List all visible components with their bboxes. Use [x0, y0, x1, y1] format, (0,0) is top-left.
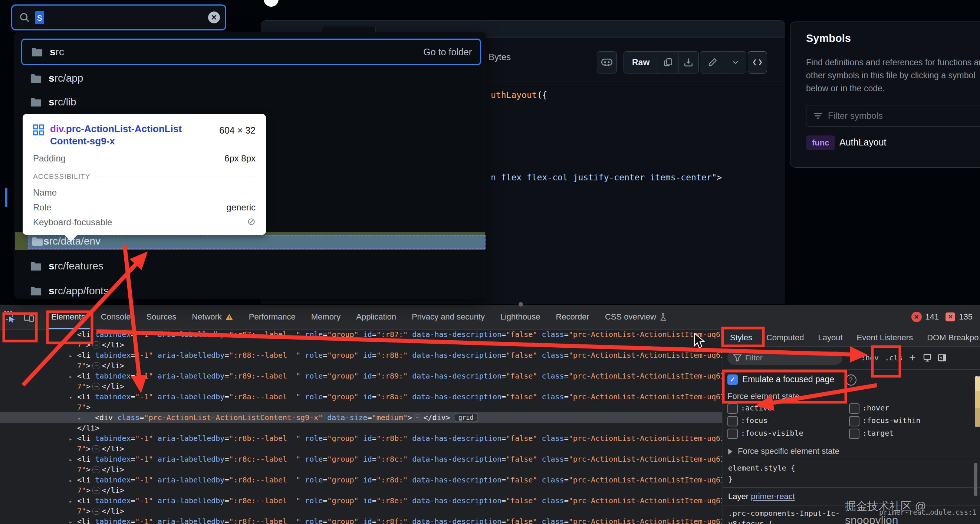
dom-node-r8d-wrap[interactable]: 7">⋯</li> [0, 485, 722, 495]
dom-node-r8c-open[interactable]: ▸<li tabindex="-1" aria-labelledby=":r8c… [0, 454, 722, 464]
dom-node-r89-open[interactable]: ▸<li tabindex="-1" aria-labelledby=":r89… [0, 371, 722, 381]
dom-selected-node[interactable]: ▸<div class="prc-ActionList-ActionListCo… [0, 412, 722, 423]
finder-row-src-features[interactable]: src/features [21, 255, 479, 277]
tooltip-selector: div.prc-ActionList-ActionList Content-sg… [50, 123, 195, 147]
symbols-description-line: Find definitions and references for func… [806, 56, 980, 69]
pseudo-checkbox-focus[interactable] [727, 416, 738, 427]
devtools-tab-performance[interactable]: Performance [241, 305, 304, 329]
raw-button[interactable]: Raw [624, 52, 658, 73]
finder-row-src-app-fonts[interactable]: src/app/fonts [21, 280, 479, 302]
dom-node-r8d-open[interactable]: ▸<li tabindex="-1" aria-labelledby=":r8d… [0, 475, 722, 485]
devtools-tab-sources[interactable]: Sources [138, 305, 184, 329]
expand-triangle-icon[interactable] [727, 449, 733, 455]
search-query-text: s [35, 11, 44, 24]
show-all-chevrons-icon[interactable] [848, 353, 858, 362]
tooltip-name-row: Name [33, 187, 256, 198]
devtools-tab-network[interactable]: Network [184, 305, 241, 329]
toggle-cls-button[interactable]: .cls [882, 353, 905, 362]
pseudo-checkbox-hover[interactable] [849, 403, 859, 414]
styles-tab-event-listeners[interactable]: Event Listeners [850, 329, 920, 346]
devtools-tab-application[interactable]: Application [348, 305, 404, 329]
rule-selector-line1[interactable]: .prc-components-Input-Ic- [728, 509, 840, 518]
devtools-tab-privacy-and-security[interactable]: Privacy and security [404, 305, 493, 329]
styles-tab-layout[interactable]: Layout [811, 329, 850, 346]
devtools-tab-recorder[interactable]: Recorder [548, 305, 597, 329]
copy-raw-button[interactable] [658, 52, 678, 73]
download-raw-button[interactable] [678, 52, 698, 73]
watermark: 掘金技术社区 @ snoopylion [845, 499, 980, 524]
symbol-item-authlayout[interactable]: AuthLayout [839, 137, 886, 148]
file-finder-popup: srcGo to folder src/app src/lib src/data… [14, 32, 486, 299]
issue-count[interactable]: 135 [959, 312, 972, 322]
styles-filter-input[interactable]: Filter [727, 351, 842, 365]
devtools-tab-memory[interactable]: Memory [304, 305, 348, 329]
tooltip-padding-row: Padding 6px 8px [33, 153, 256, 164]
devtools-tab-css-overview[interactable]: CSS overview [597, 305, 675, 329]
edit-file-button[interactable] [700, 52, 725, 73]
dom-node-r88-wrap[interactable]: 7">⋯</li> [0, 360, 722, 371]
dom-node-r8b-wrap[interactable]: 7">⋯</li> [0, 443, 722, 454]
styles-tab-dom-breakpo[interactable]: DOM Breakpo [920, 329, 980, 346]
error-count-icon[interactable]: ✕ [912, 312, 922, 322]
issues-icon[interactable]: ✕ [945, 312, 955, 322]
inspect-tooltip: div.prc-ActionList-ActionList Content-sg… [22, 114, 266, 235]
error-count[interactable]: 141 [926, 312, 939, 322]
filter-icon [813, 112, 823, 120]
filter-symbols-input[interactable]: Filter symbols [806, 105, 980, 127]
divider [41, 310, 41, 323]
devtools-tab-lighthouse[interactable]: Lighthouse [493, 305, 548, 329]
symbols-description-line: below or in the code. [806, 82, 980, 95]
devtools-tab-console[interactable]: Console [93, 305, 139, 329]
pseudo-checkbox-focus-visible[interactable] [727, 428, 738, 439]
dom-node-r8e-open[interactable]: ▸<li tabindex="-1" aria-labelledby=":r8e… [0, 495, 722, 506]
dom-node-r8b-open[interactable]: ▸<li tabindex="-1" aria-labelledby=":r8b… [0, 433, 722, 443]
symbols-description: Find definitions and references for func… [806, 56, 980, 95]
dom-node-r8f-open[interactable]: ▸<li tabindex="-1" aria-labelledby=":r8f… [0, 516, 722, 524]
styles-tab-styles[interactable]: Styles [723, 329, 759, 346]
force-specific-state-label[interactable]: Force specific element state [738, 446, 839, 456]
rule-selector-line2[interactable]: y8:focus { [728, 519, 773, 524]
folder-icon [32, 236, 43, 247]
flask-icon [660, 313, 667, 321]
devtools-tab-elements[interactable]: Elements [43, 305, 93, 329]
coverage-icon[interactable] [923, 353, 932, 362]
toggle-hov-button[interactable]: :hov [858, 353, 882, 362]
folder-icon [30, 73, 42, 83]
clear-search-button[interactable]: ✕ [208, 11, 220, 23]
styles-filter-placeholder: Filter [745, 353, 763, 362]
dom-node-r87-wrap[interactable]: 7">⋯</li> [0, 339, 722, 350]
element-style-selector[interactable]: element.style { [728, 463, 795, 472]
emulate-focused-page-checkbox[interactable]: ✓ [727, 374, 738, 385]
code-line-2: n flex flex-col justify-center items-cen… [491, 172, 722, 182]
dom-node-r88-open[interactable]: ▸<li tabindex="-1" aria-labelledby=":r88… [0, 350, 722, 360]
pseudo-checkbox-target[interactable] [849, 428, 859, 439]
pseudo-checkbox-active[interactable] [727, 403, 738, 414]
dom-node-r87-open[interactable]: ▸<li tabindex="-1" aria-labelledby=":r87… [0, 329, 722, 339]
code-brackets-icon [752, 58, 762, 67]
copilot-button[interactable] [597, 51, 617, 73]
dom-node-r8e-wrap[interactable]: 7">⋯</li> [0, 506, 722, 516]
file-finder-search-input[interactable]: s ✕ [11, 5, 226, 30]
finder-row-src-lib[interactable]: src/lib [21, 91, 479, 113]
new-style-rule-button[interactable]: + [905, 352, 920, 364]
dom-node-r8c-wrap[interactable]: 7">⋯</li> [0, 464, 722, 475]
help-icon[interactable]: ? [845, 374, 856, 385]
dom-node-r8a-open[interactable]: ▾<li tabindex="-1" aria-labelledby=":r8a… [0, 392, 722, 402]
finder-row-src-app[interactable]: src/app [21, 67, 479, 89]
dom-node-r8a-wrap[interactable]: 7"> [0, 402, 722, 412]
scrollbar-thumb[interactable] [974, 463, 977, 496]
screenshot-root: Bytes Raw [0, 0, 980, 524]
sidebar-position-icon[interactable] [937, 353, 947, 362]
device-toolbar-button[interactable] [19, 309, 38, 325]
finder-row-src[interactable]: srcGo to folder [21, 38, 481, 65]
symbols-toggle-button[interactable] [748, 51, 767, 73]
styles-tab-computed[interactable]: Computed [759, 329, 811, 346]
layer-link[interactable]: primer-react [751, 492, 795, 501]
pseudo-checkbox-focus-within[interactable] [849, 416, 859, 427]
pseudo-label-focus-within: :focus-within [862, 416, 921, 425]
elements-dom-tree: ▸<li tabindex="-1" aria-labelledby=":r87… [0, 329, 722, 524]
dom-node-r8a-close[interactable]: </li> [0, 423, 722, 433]
edit-dropdown-button[interactable] [725, 52, 746, 73]
inspect-element-button[interactable] [0, 309, 19, 325]
dom-node-r89-wrap[interactable]: 7">⋯</li> [0, 381, 722, 392]
